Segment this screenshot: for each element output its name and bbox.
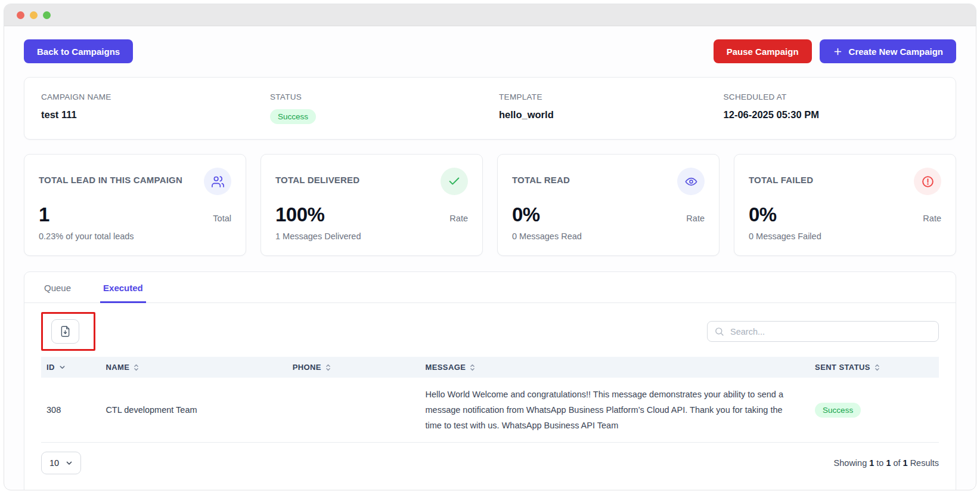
- users-group-icon: [211, 175, 225, 189]
- eye-icon: [684, 175, 698, 189]
- stat-value: 1: [39, 203, 49, 226]
- stat-cards-row: TOTAL LEAD IN THIS CAMPAIGN 1 Total 0: [24, 154, 956, 256]
- annotation-highlight: [41, 312, 95, 351]
- export-download-button[interactable]: [51, 319, 79, 344]
- search-input[interactable]: [707, 321, 939, 342]
- stat-card-total-leads: TOTAL LEAD IN THIS CAMPAIGN 1 Total 0: [24, 154, 246, 256]
- close-window-icon[interactable]: [17, 11, 24, 19]
- stat-subtitle: 0 Messages Read: [512, 231, 705, 241]
- chevron-down-icon: [66, 459, 73, 467]
- chevron-down-icon: [59, 364, 66, 370]
- column-label: NAME: [106, 363, 129, 372]
- column-label: PHONE: [293, 363, 321, 372]
- sort-icon: [470, 363, 475, 372]
- stat-unit: Total: [213, 214, 231, 223]
- column-label: SENT STATUS: [815, 363, 870, 372]
- cell-sent-status: Success: [810, 378, 939, 443]
- status-label: STATUS: [270, 92, 499, 101]
- column-header-phone[interactable]: PHONE: [287, 357, 420, 378]
- stat-card-total-delivered: TOTAL DELIVERED 100% Rate 1 Messages Del…: [260, 154, 483, 256]
- stat-unit: Rate: [686, 214, 705, 223]
- search-icon: [714, 326, 724, 336]
- column-header-name[interactable]: NAME: [100, 357, 287, 378]
- column-label: MESSAGE: [426, 363, 466, 372]
- tab-bar: Queue Executed: [24, 272, 956, 303]
- stat-subtitle: 0.23% of your total leads: [39, 231, 231, 241]
- stat-value: 0%: [749, 203, 777, 226]
- executed-table: ID NAME: [41, 357, 939, 443]
- minimize-window-icon[interactable]: [30, 11, 38, 19]
- campaign-name-value: test 111: [41, 109, 270, 121]
- zoom-window-icon[interactable]: [43, 11, 51, 19]
- scheduled-at-value: 12-06-2025 05:30 PM: [724, 109, 939, 121]
- sort-icon: [325, 363, 331, 372]
- sort-icon: [134, 363, 139, 372]
- page-size-value: 10: [49, 458, 59, 468]
- stat-subtitle: 0 Messages Failed: [749, 231, 941, 241]
- stat-title: TOTAL LEAD IN THIS CAMPAIGN: [39, 168, 182, 185]
- column-header-message[interactable]: MESSAGE: [420, 357, 810, 378]
- sort-icon: [874, 363, 880, 372]
- column-header-id[interactable]: ID: [41, 357, 100, 378]
- stat-title: TOTAL FAILED: [749, 168, 813, 185]
- back-to-campaigns-button[interactable]: Back to Campaigns: [24, 39, 133, 63]
- top-toolbar: Back to Campaigns Pause Campaign Create …: [24, 39, 956, 63]
- alert-circle-icon: [921, 175, 935, 189]
- tab-queue[interactable]: Queue: [41, 272, 74, 303]
- page-content: Back to Campaigns Pause Campaign Create …: [4, 26, 976, 490]
- cell-name: CTL development Team: [100, 378, 287, 443]
- stat-value: 100%: [275, 203, 324, 226]
- results-card: Queue Executed: [24, 271, 956, 490]
- stat-subtitle: 1 Messages Delivered: [275, 231, 468, 241]
- file-download-icon: [59, 325, 72, 338]
- table-toolbar: [41, 312, 939, 351]
- stat-card-total-read: TOTAL READ 0% Rate 0 Messages Read: [497, 154, 720, 256]
- stat-title: TOTAL READ: [512, 168, 570, 185]
- template-label: TEMPLATE: [499, 92, 724, 101]
- cell-id: 308: [41, 378, 100, 443]
- campaign-name-field: CAMPAIGN NAME test 111: [41, 92, 270, 124]
- page-size-select[interactable]: 10: [41, 452, 81, 474]
- column-label: ID: [46, 363, 55, 372]
- sent-status-badge: Success: [815, 403, 861, 418]
- column-header-sent-status[interactable]: SENT STATUS: [810, 357, 939, 378]
- stat-unit: Rate: [449, 214, 468, 223]
- results-summary: Showing 1 to 1 of 1 Results: [834, 458, 939, 468]
- campaign-info-card: CAMPAIGN NAME test 111 STATUS Success TE…: [24, 77, 956, 140]
- search-box: [707, 321, 939, 342]
- table-row: 308 CTL development Team Hello World Wel…: [41, 378, 939, 443]
- plus-icon: [833, 47, 843, 57]
- stat-title: TOTAL DELIVERED: [275, 168, 359, 185]
- table-footer: 10 Showing 1 to 1 of 1 Results: [41, 443, 939, 474]
- toolbar-actions: Pause Campaign Create New Campaign: [714, 39, 956, 63]
- template-field: TEMPLATE hello_world: [499, 92, 724, 124]
- window-titlebar: [4, 4, 976, 26]
- cell-message: Hello World Welcome and congratulations!…: [420, 378, 810, 443]
- table-header-row: ID NAME: [41, 357, 939, 378]
- template-value: hello_world: [499, 109, 724, 121]
- scheduled-at-label: SCHEDULED AT: [724, 92, 939, 101]
- stat-card-total-failed: TOTAL FAILED 0% Rate 0 Messages Failed: [734, 154, 956, 256]
- pause-campaign-button[interactable]: Pause Campaign: [714, 39, 812, 63]
- status-field: STATUS Success: [270, 92, 499, 124]
- stat-value: 0%: [512, 203, 540, 226]
- status-badge: Success: [270, 109, 316, 124]
- tab-executed[interactable]: Executed: [100, 272, 146, 303]
- create-new-campaign-label: Create New Campaign: [849, 47, 943, 57]
- cell-phone: [287, 378, 420, 443]
- stat-unit: Rate: [923, 214, 941, 223]
- app-window: Back to Campaigns Pause Campaign Create …: [4, 4, 976, 490]
- campaign-name-label: CAMPAIGN NAME: [41, 92, 270, 101]
- scheduled-at-field: SCHEDULED AT 12-06-2025 05:30 PM: [724, 92, 939, 124]
- create-new-campaign-button[interactable]: Create New Campaign: [820, 39, 956, 63]
- check-icon: [448, 175, 461, 188]
